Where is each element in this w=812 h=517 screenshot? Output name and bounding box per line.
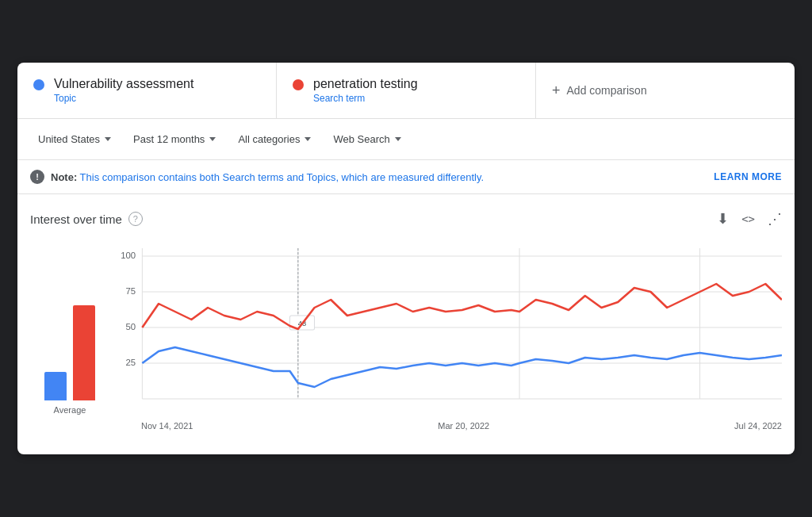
term-info-1: Vulnerability assessment Topic: [54, 77, 193, 104]
svg-text:100: 100: [121, 251, 136, 260]
filter-search-type[interactable]: Web Search: [325, 128, 408, 150]
bar-average-label: Average: [54, 405, 86, 415]
term-item-1[interactable]: Vulnerability assessment Topic: [17, 63, 277, 118]
term-info-2: penetration testing Search term: [313, 77, 418, 104]
term-dot-1: [33, 79, 44, 90]
term-type-1: Topic: [54, 93, 193, 104]
x-label-2: Mar 20, 2022: [438, 421, 489, 431]
chart-section: Interest over time ? ⬇ <> ⋰ Average: [17, 194, 795, 454]
filter-period[interactable]: Past 12 months: [125, 128, 224, 150]
term-dot-2: [293, 79, 304, 90]
filter-region-label: United States: [38, 133, 100, 145]
filter-category[interactable]: All categories: [230, 128, 319, 150]
chevron-down-icon-search-type: [395, 137, 401, 141]
note-left: ! Note: This comparison contains both Se…: [30, 170, 484, 184]
filter-region[interactable]: United States: [30, 128, 119, 150]
filter-search-type-label: Web Search: [333, 133, 389, 145]
term-name-2: penetration testing: [313, 77, 418, 91]
chevron-down-icon-category: [304, 137, 311, 141]
add-comparison-button[interactable]: + Add comparison: [536, 63, 795, 118]
average-bar-chart: Average: [30, 305, 109, 431]
chart-title: Interest over time: [30, 213, 122, 226]
chevron-down-icon-period: [209, 137, 216, 141]
x-label-3: Jul 24, 2022: [734, 421, 782, 431]
term-item-2[interactable]: penetration testing Search term: [277, 63, 536, 118]
note-bar: ! Note: This comparison contains both Se…: [17, 160, 795, 194]
svg-text:75: 75: [125, 286, 136, 296]
help-icon[interactable]: ?: [128, 212, 143, 226]
share-icon[interactable]: ⋰: [768, 210, 782, 228]
chart-actions: ⬇ <> ⋰: [717, 210, 782, 228]
chevron-down-icon-region: [105, 137, 111, 141]
filters-bar: United States Past 12 months All categor…: [17, 119, 795, 160]
note-text-content: This comparison contains both Search ter…: [77, 171, 484, 183]
x-label-1: Nov 14, 2021: [141, 421, 193, 431]
bar-chart-inner: [44, 305, 95, 400]
main-card: Vulnerability assessment Topic penetrati…: [17, 63, 795, 454]
svg-text:25: 25: [125, 358, 136, 367]
term-name-1: Vulnerability assessment: [54, 77, 193, 91]
line-chart-svg: 100 75 50 25 48: [109, 240, 782, 415]
download-icon[interactable]: ⬇: [717, 210, 729, 228]
term-type-2: Search term: [313, 93, 418, 104]
filter-period-label: Past 12 months: [133, 133, 205, 145]
filter-category-label: All categories: [238, 133, 300, 145]
chart-area: Average 100 75: [30, 240, 782, 431]
x-axis-labels: Nov 14, 2021 Mar 20, 2022 Jul 24, 2022: [109, 418, 782, 431]
plus-icon: +: [552, 82, 561, 99]
svg-text:50: 50: [125, 322, 136, 331]
note-icon: !: [30, 170, 44, 184]
add-comparison-label: Add comparison: [567, 84, 647, 97]
search-terms-header: Vulnerability assessment Topic penetrati…: [17, 63, 795, 119]
bar-blue: [44, 372, 67, 400]
chart-title-row: Interest over time ?: [30, 212, 143, 226]
embed-icon[interactable]: <>: [741, 213, 755, 225]
line-chart-wrapper: 100 75 50 25 48 Nov 14, 2021: [109, 240, 782, 431]
learn-more-button[interactable]: LEARN MORE: [714, 171, 782, 182]
note-text: Note: This comparison contains both Sear…: [51, 171, 484, 183]
bar-red: [73, 305, 95, 400]
note-bold: Note:: [51, 171, 77, 183]
chart-header: Interest over time ? ⬇ <> ⋰: [30, 210, 782, 228]
